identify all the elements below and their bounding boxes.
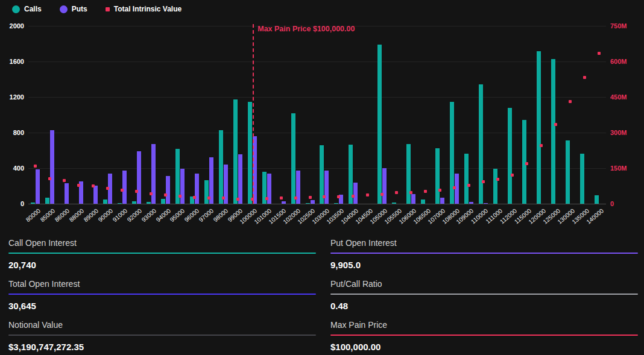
total-intrinsic-value-point[interactable] <box>48 177 51 180</box>
calls-bar[interactable] <box>248 102 252 204</box>
total-intrinsic-value-point[interactable] <box>482 180 485 183</box>
total-intrinsic-value-point[interactable] <box>92 184 95 187</box>
total-intrinsic-value-point[interactable] <box>309 196 312 199</box>
puts-bar[interactable] <box>353 183 358 204</box>
calls-bar[interactable] <box>464 154 469 204</box>
stat-label: Call Open Interest <box>8 238 316 248</box>
total-intrinsic-value-point[interactable] <box>294 196 297 199</box>
calls-bar[interactable] <box>493 169 497 204</box>
right-axis-tick: 450M <box>610 93 627 101</box>
calls-bar[interactable] <box>306 203 310 204</box>
calls-bar[interactable] <box>435 148 440 204</box>
total-intrinsic-value-point[interactable] <box>150 192 153 195</box>
calls-bar[interactable] <box>219 130 223 204</box>
total-intrinsic-value-point[interactable] <box>409 191 412 194</box>
stat-label: Put Open Interest <box>330 238 638 248</box>
total-intrinsic-value-point[interactable] <box>438 189 441 192</box>
total-intrinsic-value-point[interactable] <box>453 186 456 189</box>
legend-item-total-intrinsic-value[interactable]: Total Intrinsic Value <box>106 5 182 13</box>
total-intrinsic-value-point[interactable] <box>135 190 138 193</box>
total-intrinsic-value-point[interactable] <box>280 196 283 199</box>
calls-bar[interactable] <box>406 144 411 204</box>
total-intrinsic-value-point[interactable] <box>222 196 225 199</box>
calls-bar[interactable] <box>45 198 49 204</box>
puts-bar[interactable] <box>411 194 415 204</box>
total-intrinsic-value-point[interactable] <box>164 193 167 196</box>
calls-bar[interactable] <box>580 154 584 204</box>
total-intrinsic-value-point[interactable] <box>63 179 66 182</box>
puts-bar[interactable] <box>195 174 199 204</box>
total-intrinsic-value-point[interactable] <box>496 178 499 181</box>
stats-panel: Call Open Interest20,740Put Open Interes… <box>0 232 644 355</box>
x-axis-label: 96000 <box>183 207 200 223</box>
calls-bar[interactable] <box>233 99 238 204</box>
calls-bar[interactable] <box>421 199 425 204</box>
total-intrinsic-value-point[interactable] <box>395 191 398 194</box>
calls-bar[interactable] <box>118 203 122 204</box>
calls-bar[interactable] <box>334 203 338 204</box>
puts-bar[interactable] <box>238 154 242 204</box>
legend-item-calls[interactable]: Calls <box>12 5 42 13</box>
total-intrinsic-value-point[interactable] <box>265 197 268 200</box>
total-intrinsic-value-point[interactable] <box>337 195 340 198</box>
total-intrinsic-value-point[interactable] <box>323 195 326 198</box>
calls-bar[interactable] <box>508 108 512 204</box>
total-intrinsic-value-point[interactable] <box>121 189 124 192</box>
total-intrinsic-value-point[interactable] <box>569 100 572 103</box>
total-intrinsic-value-point[interactable] <box>380 193 384 196</box>
total-intrinsic-value-point[interactable] <box>583 76 586 79</box>
puts-bar[interactable] <box>180 169 185 204</box>
puts-bar[interactable] <box>166 176 170 204</box>
puts-bar[interactable] <box>382 168 387 204</box>
calls-bar[interactable] <box>479 84 483 204</box>
total-intrinsic-value-point[interactable] <box>236 198 239 201</box>
left-axis-tick: 400 <box>0 165 24 172</box>
calls-bar[interactable] <box>204 180 209 204</box>
puts-bar[interactable] <box>65 183 69 204</box>
total-intrinsic-value-point[interactable] <box>366 193 369 196</box>
calls-bar[interactable] <box>103 199 107 204</box>
calls-swatch-icon <box>12 5 20 13</box>
total-intrinsic-value-point[interactable] <box>554 123 557 126</box>
calls-bar[interactable] <box>551 59 555 204</box>
puts-bar[interactable] <box>484 203 488 204</box>
total-intrinsic-value-point[interactable] <box>540 144 543 147</box>
total-intrinsic-value-point[interactable] <box>511 174 514 177</box>
x-axis-label: 97000 <box>198 207 215 223</box>
puts-bar[interactable] <box>93 186 98 204</box>
x-axis-label: 94000 <box>154 207 171 223</box>
total-intrinsic-value-point[interactable] <box>424 190 427 193</box>
puts-bar[interactable] <box>440 198 444 204</box>
calls-bar[interactable] <box>31 203 35 204</box>
calls-bar[interactable] <box>377 45 382 204</box>
puts-bar[interactable] <box>36 169 40 204</box>
total-intrinsic-value-point[interactable] <box>77 184 80 187</box>
total-intrinsic-value-point[interactable] <box>106 187 109 190</box>
calls-bar[interactable] <box>566 140 570 204</box>
calls-bar[interactable] <box>537 51 541 204</box>
legend-item-puts[interactable]: Puts <box>60 5 87 13</box>
puts-bar[interactable] <box>137 151 141 204</box>
total-intrinsic-value-point[interactable] <box>598 52 601 55</box>
right-axis-tick: 300M <box>610 129 627 136</box>
calls-bar[interactable] <box>132 201 136 204</box>
stat-label: Notional Value <box>8 320 316 330</box>
total-intrinsic-value-point[interactable] <box>193 196 196 199</box>
puts-bar[interactable] <box>311 200 315 204</box>
total-intrinsic-value-point[interactable] <box>178 195 182 198</box>
calls-bar[interactable] <box>595 195 599 204</box>
puts-bar[interactable] <box>50 130 54 204</box>
total-intrinsic-value-point[interactable] <box>34 165 37 168</box>
calls-bar[interactable] <box>147 202 151 204</box>
total-intrinsic-value-point[interactable] <box>207 196 210 199</box>
puts-bar[interactable] <box>469 202 473 204</box>
puts-bar[interactable] <box>282 201 286 204</box>
total-intrinsic-value-point[interactable] <box>467 184 470 187</box>
puts-bar[interactable] <box>324 171 329 204</box>
total-intrinsic-value-point[interactable] <box>525 162 528 165</box>
total-intrinsic-value-point[interactable] <box>352 195 355 198</box>
calls-bar[interactable] <box>392 203 396 204</box>
calls-bar[interactable] <box>291 113 295 204</box>
puts-bar[interactable] <box>122 171 127 204</box>
calls-bar[interactable] <box>161 199 165 204</box>
